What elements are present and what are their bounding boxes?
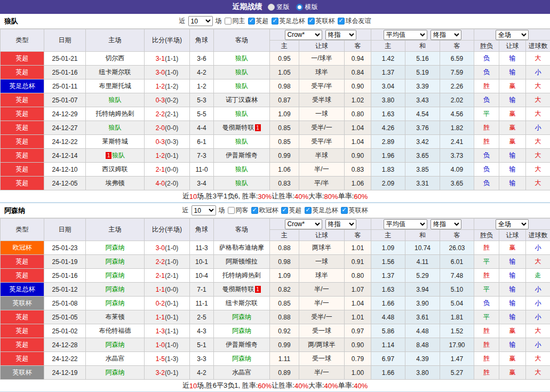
column-header: 主场 [86,29,145,52]
odds-handicap: 受半球 [299,93,345,107]
odds-home: 1.11 [270,352,299,366]
home-team-name: 狼队 [112,151,125,159]
result-goals: 大 [526,163,550,177]
summary-segment: 场,胜6平3负1, 胜率: [197,381,258,390]
result-handicap: 输 [499,93,526,107]
avg-away: 5.27 [440,366,474,380]
away-team: 阿森纳 [214,310,270,324]
away-team-name: 水晶宫 [232,369,251,376]
league-filter-checkbox[interactable]: 欧冠杯 [251,206,278,215]
league-filter-checkbox[interactable]: 英超 [281,206,302,215]
odds-time-select[interactable]: 终指 [325,219,356,229]
avg-home: 1.63 [371,283,405,297]
summary-segment: 近 [182,381,189,390]
bookmaker-select[interactable]: Crow* [285,30,322,40]
column-header: 日期 [44,29,86,52]
away-team: 狼队 [214,52,270,66]
avg-time-select[interactable]: 终指 [431,219,461,229]
result-winloss: 胜 [474,366,499,380]
layout-radio-horizontal[interactable]: 横版 [296,3,318,12]
home-team: 阿森纳 [86,241,145,255]
match-count-select[interactable]: 10 [188,16,213,26]
result-handicap: 赢 [499,324,526,338]
match-count-select[interactable]: 10 [192,205,216,215]
layout-radio-vertical[interactable]: 竖版 [268,3,290,12]
odds-handicap: 受平/半 [299,135,345,149]
league-filter-checkbox[interactable]: 球会友谊 [338,17,371,26]
summary-segment: 60% [258,382,272,390]
avg-time-select[interactable]: 终指 [431,30,461,40]
league-filter-checkbox[interactable]: 英超 [248,17,269,26]
odds-handicap: 平/半 [299,177,345,190]
scope-select[interactable]: 全场 [496,30,529,40]
section-arsenal: 阿森纳近10场同客欧冠杯英超英足总杯英联杯类型日期主场比分(半场)角球客场Cro… [0,203,550,392]
corner-score: 2-5 [190,310,214,324]
same-venue-checkbox[interactable]: 同客 [228,206,249,215]
summary-segment: 80% [324,193,338,201]
away-team: 诺丁汉森林 [214,93,270,107]
result-winloss: 胜 [474,79,499,93]
checkbox-checked-icon [248,18,255,25]
corner-score: 10-4 [190,269,214,283]
score-cell: 1-0(1-0) [145,338,190,352]
crow-selects: Crow*终指 [270,30,371,40]
score-cell: 0-3(0-3) [145,135,190,149]
result-goals: 大 [526,135,550,149]
avg-select[interactable]: 平均值 [384,219,427,229]
sub-column-header: 主 [371,230,405,241]
summary-segment: 单率: [338,191,354,201]
full-time-score: 0-2 [156,300,165,307]
corner-score: 11-1 [190,297,214,310]
full-time-score: 1-2 [156,83,165,90]
corner-score: 4-3 [190,324,214,338]
avg-home: 1.37 [371,66,405,79]
scope-select[interactable]: 全场 [496,219,529,229]
crow-selects: Crow*终指 [270,219,371,229]
avg-selects: 平均值终指 [371,219,474,229]
away-team: 狼队 [214,107,270,121]
column-header: 日期 [44,219,86,241]
odds-time-select[interactable]: 终指 [325,30,356,40]
avg-home: 1.63 [371,107,405,121]
league-badge: 英超 [1,107,44,121]
league-filter-checkbox[interactable]: 英联杯 [341,206,368,215]
sub-column-header: 胜负 [474,41,499,52]
table-row: 英超24-12-22水晶宫1-5(1-3)3-3阿森纳1.11受一球0.796.… [1,352,550,366]
away-team-name: 狼队 [235,110,248,117]
scope-selects: 全场 [474,30,550,40]
half-time-score: (0-1) [165,300,178,307]
avg-home: 1.56 [371,255,405,269]
summary-segment: 60% [354,193,368,201]
radio-icon [296,4,303,11]
home-team: 阿森纳 [86,269,145,283]
full-time-score: 2-2 [156,258,165,266]
away-team: 狼队 [214,163,270,177]
away-team: 托特纳姆热刺 [214,269,270,283]
match-date: 24-12-05 [44,177,86,190]
same-venue-checkbox[interactable]: 同主 [225,17,245,26]
league-filter-label: 英超 [256,17,269,26]
league-filter-checkbox[interactable]: 英足总杯 [305,206,338,215]
rank-badge: 1 [106,152,111,159]
league-filter-checkbox[interactable]: 英足总杯 [272,17,305,26]
bookmaker-select[interactable]: Crow* [285,219,322,229]
odds-home: 1.09 [270,269,299,283]
odds-away: 1.04 [345,135,371,149]
result-winloss: 胜 [474,324,499,338]
league-filter-checkbox[interactable]: 英联杯 [308,17,335,26]
games-label: 场 [219,206,225,215]
table-row: 英超24-12-10西汉姆联2-1(0-0)11-0狼队1.06半/一0.831… [1,163,550,177]
result-handicap: 输 [499,255,526,269]
home-team-name: 莱斯特城 [102,138,128,145]
home-team-name: 阿森纳 [106,258,125,265]
result-goals: 小 [526,338,550,352]
odds-handicap: 一/球半 [299,52,345,66]
away-team-name: 曼彻斯特联 [222,285,254,293]
avg-select[interactable]: 平均值 [384,30,427,40]
avg-away: 4.09 [440,163,474,177]
match-date: 25-01-05 [44,310,86,324]
avg-away: 5.10 [440,283,474,297]
corner-score: 3-4 [190,177,214,190]
score-cell: 3-1(1-1) [145,52,190,66]
checkbox-checked-icon [281,207,288,214]
